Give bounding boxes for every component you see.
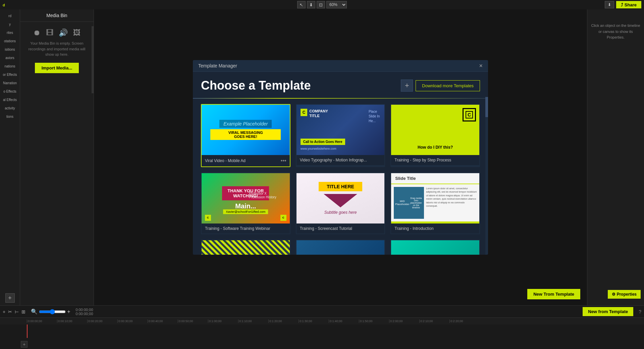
- template-name-webinar: Training - Software Training Webinar: [205, 226, 270, 231]
- template-card-partial-1[interactable]: [201, 240, 290, 255]
- thumb-typo-place: PlaceSlide InHe...: [369, 109, 380, 123]
- thumb-partial-1-bg: [202, 240, 290, 255]
- dialog-header: Choose a Template + Download more Templa…: [193, 72, 488, 98]
- timeline-zoom-slider[interactable]: [39, 309, 66, 314]
- new-from-template-bottom-btn[interactable]: New from Template: [583, 307, 633, 316]
- thumb-intro-slide-title: Slide Title: [395, 176, 475, 181]
- template-label-webinar: Training - Software Training Webinar: [202, 223, 290, 234]
- toolbar-center: ↖ ⬇ ⊡ 25%50%60%75%100%150%: [297, 1, 347, 8]
- download-btn[interactable]: ⬇: [605, 1, 614, 8]
- timeline-group-btn[interactable]: ⊞: [21, 309, 25, 314]
- timeline-add-track-btn[interactable]: +: [21, 341, 28, 348]
- sidebar-item-aviors[interactable]: aviors: [0, 54, 20, 62]
- thumb-intro-body: MID PlaceholderDrag media onto placehold…: [391, 184, 479, 221]
- timeline-cut-btn[interactable]: ✂: [8, 309, 12, 314]
- sidebar-item-narration[interactable]: Narration: [0, 79, 20, 87]
- cursor-tool-btn[interactable]: ↖: [297, 1, 306, 8]
- dialog-scrollbar[interactable]: [485, 97, 488, 255]
- film-icon[interactable]: 🎞: [46, 29, 53, 37]
- thumb-webinar-logo-right: C: [280, 215, 286, 221]
- properties-icon: ⚙: [612, 292, 615, 297]
- sidebar-item-tions[interactable]: tions: [0, 113, 20, 120]
- move-tool-btn[interactable]: ⬇: [307, 1, 315, 8]
- template-card-partial-3[interactable]: How can we help?: [390, 240, 480, 255]
- template-label-training-step: Training - Step by Step Process: [391, 155, 479, 165]
- audio-icon[interactable]: 🔊: [59, 29, 68, 37]
- import-media-btn[interactable]: Import Media...: [35, 63, 79, 73]
- template-name-screencast: Training - Screencast Tutorial: [300, 226, 352, 231]
- template-more-btn-viral[interactable]: •••: [281, 158, 286, 164]
- template-label-viral: Viral Video - Mobile Ad •••: [202, 155, 290, 166]
- thumb-webinar-logo-left: C: [205, 215, 211, 221]
- sidebar-label: aviors: [5, 56, 14, 60]
- thumb-screencast-arrow: [324, 194, 357, 207]
- thumb-screencast-sub: Subtitle goes here: [324, 210, 357, 215]
- template-card-typography[interactable]: C COMPANYTITLE PlaceSlide InHe... Call t…: [296, 104, 385, 167]
- timeline-add-media-btn[interactable]: +: [3, 309, 5, 314]
- image-icon[interactable]: 🖼: [73, 29, 80, 37]
- new-from-template-container: New Trom Template: [527, 289, 580, 299]
- thumb-screencast-title: TITLE HERE: [319, 182, 362, 191]
- thumb-typo-logo: C: [301, 109, 308, 116]
- dialog-heading: Choose a Template: [201, 79, 311, 93]
- record-icon[interactable]: ⏺: [33, 29, 41, 37]
- thumb-typo-url: www.yourwebsitehere.com: [301, 147, 336, 150]
- sidebar-item-rd[interactable]: rd: [0, 12, 20, 20]
- template-card-partial-2[interactable]: [296, 240, 385, 255]
- thumb-intro-bg: Slide Title MID PlaceholderDrag media on…: [391, 173, 479, 223]
- sidebar-item-o-effects[interactable]: o Effects: [0, 88, 20, 95]
- ruler-mark-8: 0:1:20;00: [268, 319, 299, 323]
- right-properties-panel: Click an object on the timeline or canva…: [587, 9, 644, 305]
- template-card-intro[interactable]: Slide Title MID PlaceholderDrag media on…: [390, 172, 480, 234]
- thumb-typo-cta: Call to Action Goes Here: [301, 139, 345, 145]
- ruler-mark-3: 0:00:30;00: [117, 319, 148, 323]
- template-card-screencast[interactable]: TITLE HERE Subtitle goes here Training -…: [296, 172, 385, 234]
- ruler-mark-10: 0:1:40;00: [329, 319, 359, 323]
- download-more-templates-btn[interactable]: Download more Templates: [416, 80, 480, 91]
- template-label-screencast: Training - Screencast Tutorial: [297, 223, 385, 234]
- timeline-zoom: 🔍 +: [31, 308, 70, 315]
- template-card-webinar[interactable]: THANK YOU FORWATCHING! Main... Professor…: [201, 172, 290, 234]
- sidebar-item-nations[interactable]: nations: [0, 62, 20, 70]
- sidebar-label: isitions: [5, 48, 15, 51]
- ruler-mark-14: 0:2:20;00: [449, 319, 480, 323]
- template-name-training-step: Training - Step by Step Process: [394, 158, 451, 162]
- help-icon[interactable]: ?: [639, 309, 641, 314]
- thumb-intro-text-block: Lorem ipsum dolor sit amet, consectetur …: [426, 187, 477, 219]
- sidebar-item-or-effects[interactable]: or Effects: [0, 71, 20, 79]
- sidebar-item-otations[interactable]: otations: [0, 37, 20, 45]
- template-label-intro: Training - Introduction: [391, 223, 479, 234]
- crop-tool-btn[interactable]: ⊡: [317, 1, 325, 8]
- add-sidebar-btn[interactable]: +: [5, 293, 15, 303]
- template-thumb-training: C How do I DIY this?: [391, 105, 479, 155]
- sidebar-label: otations: [4, 39, 16, 43]
- thumb-typography-bg: C COMPANYTITLE PlaceSlide InHe... Call t…: [297, 105, 385, 155]
- template-name-typography: Video Typography - Motion Infograp...: [300, 158, 367, 162]
- dialog-close-btn[interactable]: ×: [479, 63, 483, 69]
- template-card-training-step[interactable]: C How do I DIY this? Training - Step by …: [390, 104, 480, 167]
- zoom-select[interactable]: 25%50%60%75%100%150%: [326, 1, 347, 8]
- add-template-btn[interactable]: +: [401, 80, 413, 92]
- sidebar-label: nations: [4, 64, 15, 68]
- template-card-viral-video[interactable]: Example Placeholder VIRAL MESSAGINGGOES …: [201, 104, 290, 167]
- template-thumb-screencast: TITLE HERE Subtitle goes here: [297, 173, 385, 223]
- media-bin-empty-text: Your Media Bin is empty. Screen recordin…: [20, 41, 94, 63]
- share-btn[interactable]: ⤴ Share: [616, 1, 641, 8]
- media-bin-scrollbar[interactable]: [92, 26, 94, 93]
- template-thumb-partial-2: [297, 240, 385, 255]
- dialog-body: Example Placeholder VIRAL MESSAGINGGOES …: [193, 99, 488, 255]
- template-thumb-typography: C COMPANYTITLE PlaceSlide InHe... Call t…: [297, 105, 385, 155]
- sidebar-label: rites: [7, 31, 13, 35]
- new-from-template-btn[interactable]: New Trom Template: [527, 289, 580, 299]
- sidebar-item-al-effects[interactable]: al Effects: [0, 96, 20, 104]
- sidebar-item-activity[interactable]: activity: [0, 104, 20, 112]
- sidebar-item-isitions[interactable]: isitions: [0, 46, 20, 53]
- timeline-split-btn[interactable]: ⊢: [15, 309, 19, 314]
- sidebar-label: tions: [6, 115, 13, 118]
- template-thumb-viral: Example Placeholder VIRAL MESSAGINGGOES …: [202, 105, 290, 155]
- sidebar-item-y[interactable]: y: [0, 20, 20, 28]
- thumb-intro-top: Slide Title: [391, 173, 479, 184]
- sidebar-item-rites[interactable]: rites: [0, 29, 20, 37]
- dialog-scrollbar-thumb: [485, 97, 488, 117]
- properties-btn[interactable]: ⚙ Properties: [608, 290, 641, 299]
